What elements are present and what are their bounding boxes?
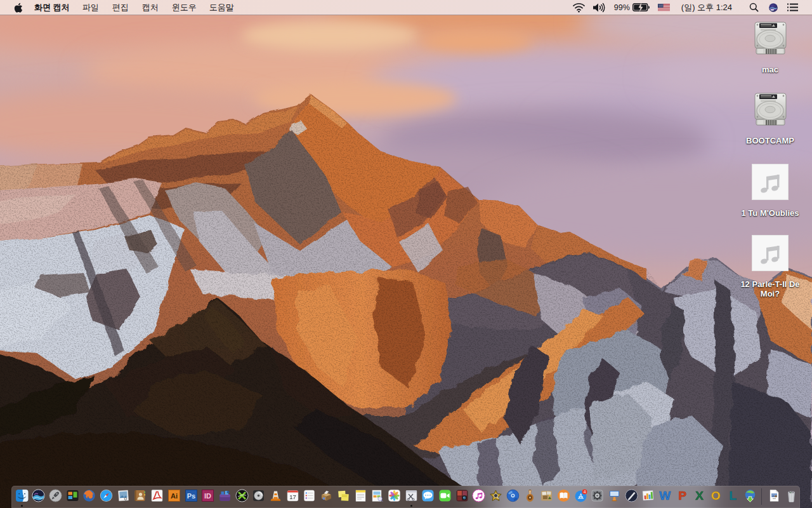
svg-text:W: W bbox=[660, 489, 671, 502]
svg-text:ID: ID bbox=[204, 492, 211, 500]
svg-text:X: X bbox=[695, 489, 704, 502]
svg-text:O: O bbox=[711, 489, 721, 502]
svg-text:P: P bbox=[678, 489, 686, 502]
svg-text:Ai: Ai bbox=[171, 492, 178, 500]
svg-text:4: 4 bbox=[583, 490, 586, 494]
svg-text:Ps: Ps bbox=[187, 492, 195, 500]
svg-text:L: L bbox=[730, 489, 737, 502]
svg-text:17: 17 bbox=[289, 493, 296, 500]
